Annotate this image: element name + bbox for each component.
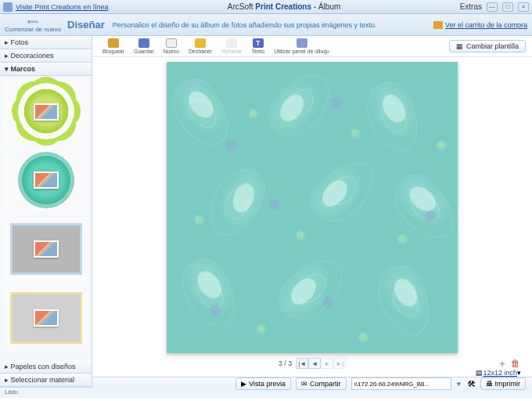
page-indicator: 3 / 3 (279, 359, 293, 367)
frame-rect-blue[interactable] (3, 217, 88, 281)
page-subtitle: Personalice el diseño de su álbum de fot… (113, 21, 433, 29)
size-link[interactable]: 12x12 inch (483, 369, 517, 377)
design-canvas[interactable] (167, 62, 458, 353)
frame-flower[interactable] (3, 79, 88, 143)
undo-button[interactable]: Deshacer (185, 38, 216, 55)
extras-menu[interactable]: Extras (460, 2, 482, 11)
page-title: Diseñar (67, 19, 105, 31)
accordion-fotos[interactable]: ▸ Fotos (0, 36, 92, 49)
maximize-button[interactable]: □ (502, 2, 513, 12)
accordion-decoraciones[interactable]: ▸ Decoraciones (0, 49, 92, 63)
panel-icon (297, 38, 307, 48)
frame-rect-yellow[interactable] (3, 286, 88, 350)
last-page-button: ►| (333, 358, 346, 369)
new-icon (166, 38, 177, 48)
page-size-icon: ▤ (476, 369, 483, 377)
accordion-papeles[interactable]: ▸ Papeles con diseños (0, 360, 92, 374)
frame-circle[interactable] (3, 148, 88, 212)
printer-settings-icon[interactable]: 🛠 (467, 379, 476, 388)
preview-button[interactable]: ▶Vista previa (235, 378, 291, 390)
lock-icon (108, 38, 119, 48)
save-icon (138, 38, 149, 48)
share-button[interactable]: ✉Compartir (296, 378, 347, 390)
share-icon: ✉ (301, 380, 307, 388)
text-button[interactable]: TTexto (247, 38, 268, 55)
close-button[interactable]: × (518, 2, 529, 12)
printer-select[interactable] (351, 378, 451, 390)
printer-dropdown-icon[interactable]: ▼ (456, 381, 462, 388)
print-button[interactable]: 🖶Imprimir (480, 378, 527, 390)
back-button[interactable]: ⟸ Comenzar de nuevo (5, 17, 61, 33)
change-template-button[interactable]: ▦Cambiar plantilla (449, 40, 526, 52)
online-link[interactable]: Visite Print Creations en línea (16, 3, 108, 11)
undo-icon (195, 38, 206, 48)
new-button[interactable]: Nuevo (160, 38, 183, 55)
redo-icon (226, 38, 237, 48)
lock-button[interactable]: Bloquear (99, 38, 128, 55)
add-page-button[interactable]: ＋ (497, 358, 508, 369)
accordion-material[interactable]: ▸ Seleccionar material (0, 374, 92, 387)
delete-page-button[interactable]: 🗑 (510, 358, 521, 369)
accordion-marcos[interactable]: ▾ Marcos (0, 63, 92, 76)
prev-page-button[interactable]: ◄ (308, 358, 321, 369)
next-page-button: ► (321, 358, 333, 369)
save-button[interactable]: Guardar (130, 38, 158, 55)
window-title: ArcSoft Print Creations - Álbum (108, 2, 459, 11)
preview-icon: ▶ (241, 380, 246, 388)
panel-button[interactable]: Utilizar panel de dibujo (270, 38, 333, 55)
cart-link[interactable]: Ver el carrito de la compra (433, 21, 527, 29)
text-icon: T (253, 38, 264, 48)
back-arrow-icon: ⟸ (27, 17, 38, 26)
template-icon: ▦ (456, 42, 463, 50)
minimize-button[interactable]: — (487, 2, 498, 12)
print-icon: 🖶 (486, 380, 493, 388)
redo-button: Rehacer (217, 38, 246, 55)
app-icon (3, 2, 13, 12)
cart-icon (433, 21, 443, 29)
first-page-button[interactable]: |◄ (296, 358, 308, 369)
